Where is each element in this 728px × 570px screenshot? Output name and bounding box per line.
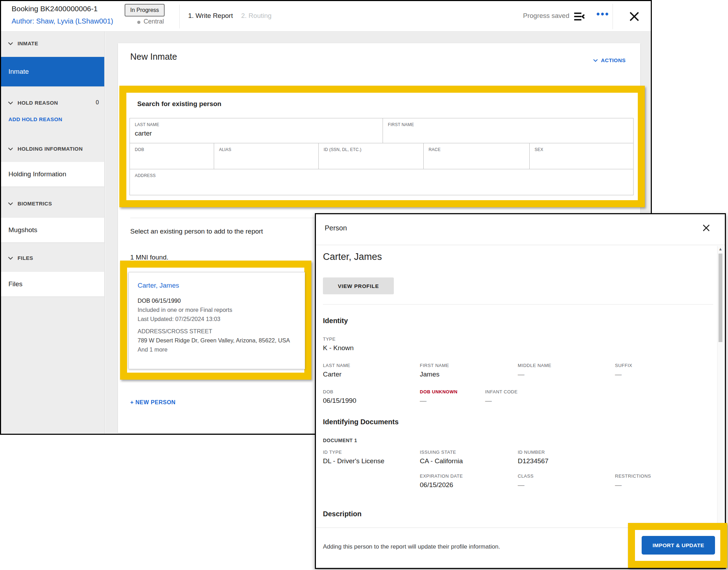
field-value: CA - California [420,457,463,465]
document1-label: DOCUMENT 1 [323,438,357,443]
field-value: carter [135,130,383,137]
id-field[interactable]: ID (SSN, DL, ETC.) [318,143,423,169]
chevron-down-icon [8,146,13,152]
section-divider [323,304,713,304]
sidebar-section-holding-information[interactable]: HOLDING INFORMATION [8,146,99,152]
search-highlight-frame: Search for existing person LAST NAME car… [119,86,645,207]
field-label: MIDDLE NAME [518,363,551,368]
sidebar-section-label: BIOMETRICS [18,201,52,207]
org-label: Central [144,18,164,25]
field-label: TYPE [323,336,354,342]
step-routing[interactable]: 2. Routing [241,12,272,20]
hold-reason-count: 0 [96,99,99,106]
import-highlight-frame: IMPORT & UPDATE [628,523,727,568]
scrollbar-thumb[interactable] [719,254,722,342]
dob-unknown-field: DOB UNKNOWN — [420,389,457,405]
person-result-name-link[interactable]: Carter, James [138,282,305,289]
org-separator-dot [137,21,140,24]
field-label: EXPIRATION DATE [420,473,463,479]
alias-field[interactable]: ALIAS [214,143,318,169]
field-label: INFANT CODE [485,389,518,394]
modal-scrollbar[interactable]: ▲ ▼ [717,246,723,527]
dob-field: DOB 06/15/1990 [323,389,356,405]
sidebar-item-mugshots[interactable]: Mugshots [1,218,104,242]
person-name-heading: Carter, James [323,251,382,262]
new-person-button[interactable]: + NEW PERSON [130,399,176,406]
actions-menu-button[interactable]: ACTIONS [593,57,626,63]
search-form: LAST NAME carter FIRST NAME DOB [130,118,634,195]
mni-count-text: 1 MNI found. [130,254,168,261]
sidebar-item-inmate[interactable]: Inmate [1,57,104,86]
sidebar-section-biometrics[interactable]: BIOMETRICS [8,201,99,207]
sex-field[interactable]: SEX [529,143,633,169]
person-result-included: Included in one or more Final reports [138,305,305,314]
progress-saved-status: Progress saved [523,12,569,20]
field-label: CLASS [518,473,534,479]
author-link[interactable]: Author: Shaw, Lyvia (LShaw001) [12,17,113,25]
id-type-field: ID TYPE DL - Driver's License [323,450,384,465]
person-result-more: And 1 more [138,345,305,354]
sidebar-item-files[interactable]: Files [1,272,104,296]
last-name-field: LAST NAME Carter [323,363,350,378]
sidebar-item-label: Holding Information [8,170,66,178]
identity-section-title: Identity [323,317,348,325]
footer-note: Adding this person to the report will up… [323,543,500,550]
scroll-up-icon[interactable]: ▲ [718,247,723,251]
sidebar-item-holding-information[interactable]: Holding Information [1,162,104,186]
menu-open-icon[interactable] [573,10,586,23]
close-icon[interactable] [627,9,641,24]
chevron-down-icon [8,40,13,46]
field-label: ID (SSN, DL, ETC.) [324,147,423,152]
select-person-instruction: Select an existing person to add to the … [130,228,263,235]
add-hold-reason-button[interactable]: ADD HOLD REASON [8,116,62,122]
issuing-state-field: ISSUING STATE CA - California [420,450,463,465]
dob-field[interactable]: DOB [130,143,214,169]
sidebar-section-hold-reason[interactable]: HOLD REASON 0 [8,99,99,106]
chevron-down-icon [8,201,13,207]
type-field: TYPE K - Known [323,336,354,352]
field-value: Carter [323,371,350,378]
restrictions-field: RESTRICTIONS — [615,473,651,489]
person-result-card[interactable]: Carter, James DOB 06/15/1990 Included in… [128,272,305,369]
field-label: RESTRICTIONS [615,473,651,479]
import-and-update-button[interactable]: IMPORT & UPDATE [642,536,715,555]
top-bar: Booking BK2400000006-1 In Progress Autho… [1,1,651,32]
view-profile-button[interactable]: VIEW PROFILE [323,277,394,294]
sidebar-item-label: Inmate [8,68,29,76]
actions-label: ACTIONS [601,57,626,63]
field-label: ISSUING STATE [420,450,463,455]
documents-section-title: Identifying Documents [323,418,399,426]
sidebar-section-inmate[interactable]: INMATE [8,40,99,46]
field-value: — [518,371,551,378]
first-name-field: FIRST NAME James [420,363,449,378]
field-label: RACE [429,147,529,152]
field-value: — [518,481,534,489]
topbar-divider [179,5,180,28]
person-result-address-label: ADDRESS/CROSS STREET [138,327,305,336]
status-badge: In Progress [125,4,165,17]
chevron-down-icon [8,100,13,106]
field-value: 06/15/1990 [323,397,356,405]
person-modal-header: Person [316,214,725,245]
field-value: DL - Driver's License [323,457,384,465]
more-options-icon[interactable]: ••• [596,9,609,20]
suffix-field: SUFFIX — [615,363,632,378]
address-field[interactable]: ADDRESS [130,169,633,195]
field-value: — [485,397,518,405]
first-name-field[interactable]: FIRST NAME [383,118,633,143]
chevron-down-icon [593,57,598,63]
field-label: ID NUMBER [518,450,549,455]
modal-title: Person [325,224,347,232]
race-field[interactable]: RACE [423,143,529,169]
field-value: K - Known [323,344,354,352]
step-write-report[interactable]: 1. Write Report [188,12,233,20]
sidebar-item-label: Files [8,280,22,288]
field-label: DOB UNKNOWN [420,389,457,394]
sidebar-section-files[interactable]: FILES [8,255,99,261]
field-label: FIRST NAME [388,122,633,127]
field-label: LAST NAME [135,122,383,127]
sidebar-section-label: HOLDING INFORMATION [18,146,83,152]
id-number-field: ID NUMBER D1234567 [518,450,549,465]
last-name-field[interactable]: LAST NAME carter [130,118,383,143]
close-icon[interactable] [700,222,714,235]
